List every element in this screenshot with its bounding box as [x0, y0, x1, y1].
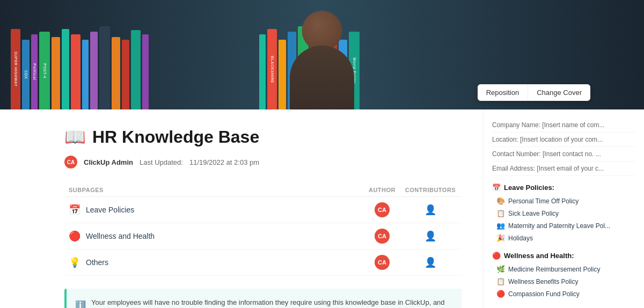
- personal-time-off-icon: 🎨: [496, 197, 505, 205]
- sidebar-link-maternity[interactable]: 👥 Maternity and Paternity Leave Pol...: [492, 219, 635, 232]
- author-name: ClickUp Admin: [84, 158, 133, 166]
- sidebar-link-personal-time-off[interactable]: 🎨 Personal Time Off Policy: [492, 195, 635, 207]
- sidebar-link-compassion-fund[interactable]: 🔴 Compassion Fund Policy: [492, 288, 635, 300]
- change-cover-button[interactable]: Change Cover: [528, 84, 590, 101]
- sidebar-location: Location: [Insert location of your com..…: [492, 133, 635, 147]
- subpage-name-0: Leave Policies: [86, 206, 134, 214]
- info-box-text: Your employees will have no trouble find…: [91, 297, 453, 308]
- info-icon: ℹ️: [75, 298, 86, 308]
- sidebar-email: Email Address: [Insert email of your c..…: [492, 162, 635, 176]
- sick-leave-icon: 📋: [496, 209, 505, 217]
- subpage-icon-0: 📅: [69, 204, 80, 216]
- sidebar-link-sick-leave[interactable]: 📋 Sick Leave Policy: [492, 207, 635, 219]
- author-avatar-1: CA: [375, 229, 390, 244]
- contributor-icon-1: 👤: [425, 230, 436, 242]
- holidays-icon: 🎉: [496, 234, 505, 242]
- holidays-label: Holidays: [508, 234, 533, 242]
- sidebar-wellness-section: 🔴 Wellness and Health:: [492, 252, 635, 260]
- wellness-benefits-icon: 📋: [496, 277, 505, 285]
- sidebar-link-wellness-benefits[interactable]: 📋 Wellness Benefits Policy: [492, 275, 635, 288]
- subpage-name-2: Others: [86, 258, 108, 267]
- sidebar-company-name: Company Name: [Insert name of com...: [492, 118, 635, 133]
- sick-leave-label: Sick Leave Policy: [508, 210, 559, 217]
- wellness-section-title: Wellness and Health:: [504, 252, 574, 260]
- medicine-label: Medicine Reimbursement Policy: [508, 266, 600, 273]
- hero-cover: SUPER HIGHWAY CDX Political POST-4 BLACK…: [0, 0, 644, 109]
- wellness-section-icon: 🔴: [492, 252, 501, 260]
- page-title: HR Knowledge Base: [92, 127, 259, 147]
- wellness-benefits-label: Wellness Benefits Policy: [508, 278, 579, 285]
- col-contributors-label: Contributors: [404, 187, 457, 193]
- leave-section-title: Leave Policies:: [504, 184, 554, 192]
- author-avatar-0: CA: [375, 202, 390, 217]
- sidebar-contact: Contact Number: [Insert contact no. ...: [492, 147, 635, 162]
- sidebar: Company Name: [Insert name of com... Loc…: [483, 109, 644, 308]
- subpage-icon-2: 💡: [69, 256, 80, 268]
- last-updated-label: Last Updated:: [140, 158, 183, 166]
- subpage-row[interactable]: 🔴 Wellness and Health CA 👤: [64, 223, 462, 250]
- contributor-icon-0: 👤: [425, 204, 436, 216]
- meta-row: CA ClickUp Admin Last Updated: 11/19/202…: [64, 156, 462, 168]
- subpage-row[interactable]: 📅 Leave Policies CA 👤: [64, 197, 462, 223]
- reposition-button[interactable]: Reposition: [478, 84, 528, 101]
- maternity-label: Maternity and Paternity Leave Pol...: [508, 222, 610, 230]
- subpage-row[interactable]: 💡 Others CA 👤: [64, 250, 462, 276]
- subpage-name-1: Wellness and Health: [86, 232, 155, 240]
- sidebar-link-holidays[interactable]: 🎉 Holidays: [492, 232, 635, 244]
- compassion-fund-label: Compassion Fund Policy: [508, 290, 580, 298]
- personal-time-off-label: Personal Time Off Policy: [508, 197, 579, 205]
- maternity-icon: 👥: [496, 222, 505, 230]
- page-title-row: 📖 HR Knowledge Base: [64, 127, 462, 147]
- col-author-label: Author: [361, 187, 404, 193]
- main-content: 📖 HR Knowledge Base CA ClickUp Admin Las…: [0, 109, 483, 308]
- page-icon: 📖: [64, 127, 86, 147]
- info-box: ℹ️ Your employees will have no trouble f…: [64, 289, 462, 308]
- col-subpages-label: Subpages: [69, 187, 361, 193]
- sidebar-leave-section: 📅 Leave Policies:: [492, 184, 635, 192]
- subpages-section: Subpages Author Contributors 📅 Leave Pol…: [64, 184, 462, 276]
- contributor-icon-2: 👤: [425, 256, 436, 268]
- medicine-icon: 🌿: [496, 265, 505, 273]
- subpage-icon-1: 🔴: [69, 230, 80, 242]
- author-avatar: CA: [64, 156, 77, 168]
- subpages-header: Subpages Author Contributors: [64, 184, 462, 197]
- last-updated-value: 11/19/2022 at 2:03 pm: [189, 158, 259, 166]
- leave-section-icon: 📅: [492, 184, 501, 192]
- hero-action-buttons: Reposition Change Cover: [478, 84, 590, 101]
- author-avatar-2: CA: [375, 255, 390, 270]
- compassion-fund-icon: 🔴: [496, 290, 505, 298]
- sidebar-link-medicine[interactable]: 🌿 Medicine Reimbursement Policy: [492, 263, 635, 275]
